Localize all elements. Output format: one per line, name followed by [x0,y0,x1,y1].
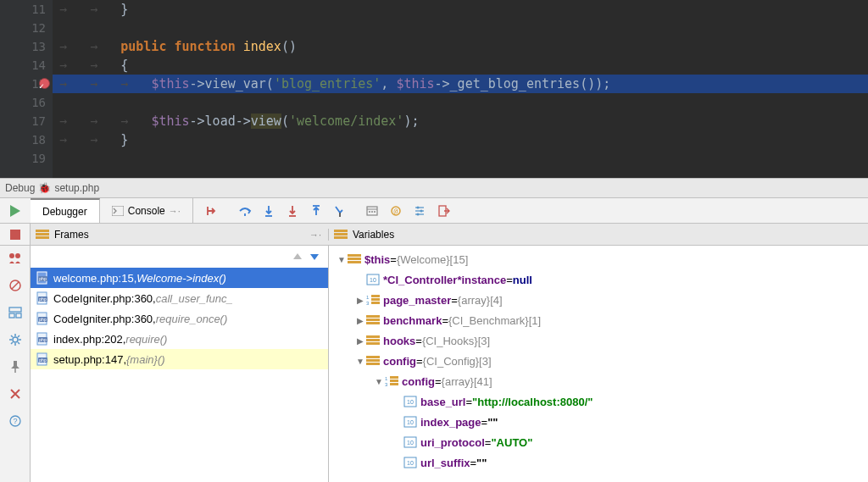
close-button[interactable] [6,385,25,403]
code-line[interactable]: → → → $this->view_var('blog_entries', $t… [53,75,868,93]
frames-icon [36,230,49,240]
svg-rect-23 [36,236,49,239]
svg-rect-61 [371,298,380,301]
tree-toggle-icon[interactable]: ▶ [354,316,366,325]
variable-row[interactable]: ▶benchmark = {CI_Benchmark} [1] [329,310,868,330]
var-type-icon [348,253,361,265]
code-line[interactable]: → → { [53,56,868,75]
code-line[interactable]: → → → $this->load->view('welcome/index')… [53,112,868,130]
frame-up-button[interactable] [292,252,303,262]
frame-item[interactable]: phpindex.php:202, require() [31,329,328,349]
gutter-line[interactable]: 12 [0,19,46,37]
svg-text:10: 10 [407,460,414,466]
svg-rect-64 [366,319,380,321]
frame-item[interactable]: phpwelcome.php:15, Welcome->index() [31,268,328,288]
editor-code[interactable]: → → }→ → public function index()→ → {→ →… [53,0,868,178]
code-line[interactable]: → → public function index() [53,37,868,56]
threads-button[interactable] [6,249,25,268]
watch-button[interactable]: @ [385,200,407,222]
gutter-line[interactable]: 18 [0,130,46,149]
code-line[interactable] [53,149,868,168]
step-over-button[interactable] [234,200,256,222]
variables-panel[interactable]: ▼$this = {Welcome} [15]10*CI_Controller*… [329,246,868,482]
php-file-icon: php [36,352,49,366]
debug-toolbar: @ [193,198,454,223]
force-step-into-button[interactable] [281,200,303,222]
code-line[interactable]: → → } [53,130,868,149]
svg-text:10: 10 [407,419,414,425]
stop-button[interactable] [0,224,31,246]
svg-text:10: 10 [407,440,414,446]
code-editor[interactable]: 1112131415✓16171819 → → }→ → public func… [0,0,868,178]
show-execution-point-button[interactable] [202,200,224,222]
gutter-line[interactable]: 16 [0,93,46,112]
variable-row[interactable]: 10base_url = "http://localhost:8080/" [329,391,868,412]
var-type-icon: 10 [403,396,417,407]
svg-rect-53 [348,254,361,257]
svg-rect-63 [366,315,380,318]
debug-content: ? phpwelcome.php:15, Welcome->index()php… [0,246,868,482]
gutter-line[interactable]: 15✓ [0,75,46,93]
gutter-line[interactable]: 14 [0,56,46,75]
frame-item[interactable]: phpCodeIgniter.php:360, call_user_func_ [31,288,328,308]
layout-button[interactable] [6,303,25,322]
frames-nav-icon[interactable]: →· [309,230,321,240]
tree-toggle-icon[interactable]: ▼ [373,377,385,386]
evaluate-expression-button[interactable] [361,200,383,222]
code-line[interactable] [53,93,868,112]
pin-button[interactable] [6,357,25,376]
exit-button[interactable] [432,200,454,222]
svg-rect-68 [366,342,380,345]
svg-text:1: 1 [366,295,370,300]
variable-row[interactable]: ▶hooks = {CI_Hooks} [3] [329,330,868,351]
frame-item[interactable]: phpCodeIgniter.php:360, require_once() [31,308,328,329]
svg-text:?: ? [13,417,17,425]
gutter-line[interactable]: 11 [0,0,46,19]
gutter-line[interactable]: 17 [0,112,46,130]
tree-toggle-icon[interactable]: ▼ [354,357,366,366]
tree-toggle-icon[interactable]: ▶ [354,296,366,305]
svg-point-9 [371,211,373,213]
svg-rect-22 [36,233,49,235]
step-out-button[interactable] [305,200,327,222]
step-into-button[interactable] [258,200,280,222]
variable-row[interactable]: 10index_page = "" [329,412,868,432]
var-type-icon [366,314,380,326]
code-line[interactable] [53,19,868,37]
svg-rect-65 [366,322,380,324]
tree-toggle-icon[interactable]: ▶ [354,336,366,346]
svg-point-28 [15,253,20,258]
php-file-icon: php [36,291,49,305]
code-line[interactable]: → → } [53,0,868,19]
var-type-icon: 13 [385,375,398,387]
svg-rect-0 [112,206,124,216]
variable-row[interactable]: 10uri_protocol = "AUTO" [329,432,868,452]
variable-row[interactable]: 10url_suffix = "" [329,452,868,473]
resume-button[interactable] [0,198,31,224]
variable-row[interactable]: ▼config = {CI_Config} [3] [329,351,868,371]
gutter-line[interactable]: 13 [0,37,46,56]
settings-button[interactable] [6,330,25,349]
tab-console[interactable]: Console →· [100,198,193,223]
svg-rect-24 [334,230,348,232]
var-type-icon: 10 [403,416,417,428]
debug-tabs-row: Debugger Console →· @ [0,198,868,224]
variable-row[interactable]: ▶13page_master = {array} [4] [329,290,868,310]
var-type-icon: 10 [403,436,417,448]
frame-down-button[interactable] [309,252,320,262]
help-button[interactable]: ? [6,412,25,430]
run-to-cursor-button[interactable] [329,200,351,222]
variable-row[interactable]: ▼13config = {array} [41] [329,371,868,391]
mute-breakpoints-button[interactable] [6,276,25,295]
svg-text:php: php [39,296,47,302]
gutter-line[interactable]: 19 [0,149,46,168]
variable-row[interactable]: ▼$this = {Welcome} [15] [329,249,868,269]
debug-label: Debug [5,182,35,194]
tab-debugger[interactable]: Debugger [31,198,100,223]
variable-row[interactable]: 10*CI_Controller*instance = null [329,269,868,290]
frame-item[interactable]: phpsetup.php:147, {main}() [31,349,328,369]
debug-sidebar: ? [0,246,31,482]
frames-header: Frames →· [31,229,329,241]
settings2-button[interactable] [409,200,431,222]
tree-toggle-icon[interactable]: ▼ [336,255,348,264]
